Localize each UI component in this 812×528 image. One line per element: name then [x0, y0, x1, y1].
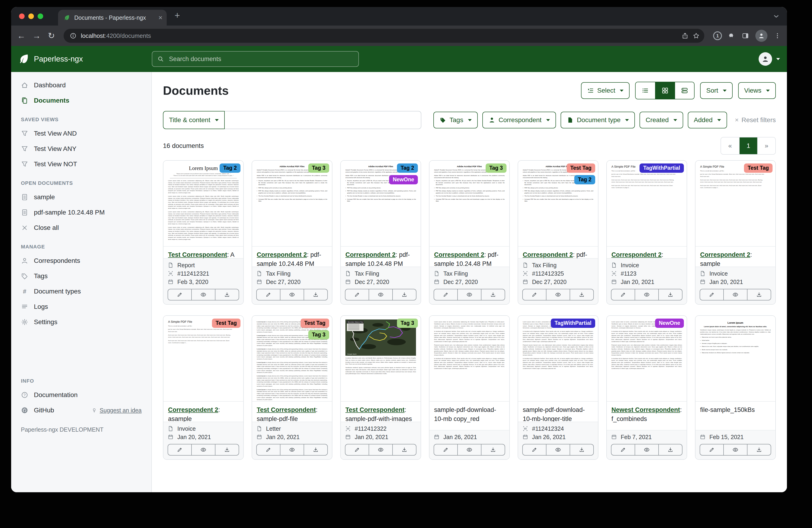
- view-button[interactable]: [368, 444, 392, 455]
- download-button[interactable]: [570, 289, 593, 300]
- select-button[interactable]: Select: [581, 82, 630, 99]
- edit-button[interactable]: [434, 289, 457, 300]
- forward-button[interactable]: →: [32, 32, 41, 40]
- reload-button[interactable]: ↻: [48, 32, 55, 40]
- correspondent-link[interactable]: Correspondent 2: [611, 251, 662, 258]
- document-thumbnail[interactable]: TagWithPartial A Simple PDF FileThis is …: [607, 161, 687, 246]
- edit-button[interactable]: [345, 289, 368, 300]
- document-thumbnail[interactable]: Tag 3 Adobe Acrobat PDF FilesAdobe® Port…: [252, 161, 332, 246]
- tag-badge[interactable]: Tag 2: [220, 163, 241, 173]
- tag-badge[interactable]: Test Tag: [744, 163, 772, 173]
- sort-button[interactable]: Sort: [700, 82, 733, 99]
- tab-search-chevron-icon[interactable]: [772, 13, 780, 20]
- tag-badge[interactable]: Tag 3: [397, 318, 418, 328]
- window-minimize-button[interactable]: [28, 13, 34, 19]
- tab-close-icon[interactable]: ×: [158, 14, 162, 21]
- download-button[interactable]: [481, 444, 505, 455]
- window-close-button[interactable]: [19, 13, 25, 19]
- app-brand[interactable]: Paperless-ngx: [11, 53, 83, 65]
- browser-profile-avatar[interactable]: [755, 30, 767, 42]
- correspondent-link[interactable]: Newest Correspondent: [611, 406, 680, 413]
- sidebar-item-tags[interactable]: Tags: [11, 268, 151, 284]
- list-view-button[interactable]: [636, 82, 655, 99]
- view-button[interactable]: [368, 289, 392, 300]
- download-button[interactable]: [215, 289, 238, 300]
- edit-button[interactable]: [700, 444, 723, 455]
- site-info-icon[interactable]: [70, 32, 77, 39]
- sidebar-item-correspondents[interactable]: Correspondents: [11, 253, 151, 268]
- edit-button[interactable]: [611, 444, 635, 455]
- view-button[interactable]: [635, 444, 658, 455]
- tag-badge[interactable]: Test Tag: [567, 163, 595, 173]
- correspondent-link[interactable]: Correspondent 2: [345, 251, 395, 258]
- edit-button[interactable]: [523, 444, 546, 455]
- download-button[interactable]: [392, 444, 416, 455]
- document-thumbnail[interactable]: Lorem ipsum dolor sit amet, consectetur …: [430, 316, 509, 402]
- sidebar-item-documentation[interactable]: ?Documentation: [11, 387, 151, 403]
- download-button[interactable]: [658, 289, 682, 300]
- edit-button[interactable]: [345, 444, 368, 455]
- document-type-filter-button[interactable]: Document type: [561, 112, 635, 128]
- sidebar-item-github[interactable]: GitHubSuggest an idea: [11, 403, 151, 418]
- tag-badge[interactable]: Tag 2: [397, 163, 418, 173]
- document-thumbnail[interactable]: TagWithPartial Lorem ipsum dolor sit ame…: [518, 316, 598, 402]
- tag-badge[interactable]: TagWithPartial: [639, 163, 684, 173]
- correspondent-filter-button[interactable]: Correspondent: [482, 112, 556, 128]
- download-button[interactable]: [304, 289, 327, 300]
- browser-menu-icon[interactable]: [774, 32, 781, 39]
- edit-button[interactable]: [257, 444, 280, 455]
- sidebar-item-pdf-sample-10-24-48-pm[interactable]: pdf-sample 10.24.48 PM: [11, 205, 151, 220]
- correspondent-link[interactable]: Correspondent 2: [168, 406, 218, 413]
- tag-badge[interactable]: NewOne: [389, 175, 418, 184]
- sidebar-item-settings[interactable]: Settings: [11, 314, 151, 330]
- edit-button[interactable]: [434, 444, 457, 455]
- correspondent-link[interactable]: Correspondent 2: [257, 251, 307, 258]
- document-thumbnail[interactable]: Test Tag A Simple PDF FileThis is a smal…: [163, 316, 243, 402]
- sidebar-item-close-all[interactable]: Close all: [11, 220, 151, 236]
- tag-badge[interactable]: Tag 3: [308, 163, 329, 173]
- download-button[interactable]: [392, 289, 416, 300]
- document-thumbnail[interactable]: Tag 3 Boundary Waters TripGoogle EarthCu…: [341, 316, 421, 402]
- global-search[interactable]: [152, 51, 359, 67]
- view-button[interactable]: [723, 289, 747, 300]
- view-button[interactable]: [546, 289, 570, 300]
- edit-button[interactable]: [257, 289, 280, 300]
- sidebar-item-document-types[interactable]: #Document types: [11, 284, 151, 299]
- view-button[interactable]: [723, 444, 747, 455]
- view-button[interactable]: [191, 289, 215, 300]
- download-button[interactable]: [304, 444, 327, 455]
- filter-query-input[interactable]: [224, 111, 421, 129]
- correspondent-link[interactable]: Test Correspondent: [345, 406, 405, 413]
- document-thumbnail[interactable]: NewOne Lorem ipsum dolor sit amet, conse…: [607, 316, 687, 402]
- document-thumbnail[interactable]: Lorem ipsumLorem ipsum dolor sit amet, c…: [695, 316, 775, 402]
- tags-filter-button[interactable]: Tags: [433, 112, 478, 128]
- document-thumbnail[interactable]: Tag 2 Lorem Ipsum"Neque porro quisquam e…: [163, 161, 243, 246]
- sidebar-item-test-view-not[interactable]: Test View NOT: [11, 157, 151, 172]
- edit-button[interactable]: [168, 289, 191, 300]
- tag-badge[interactable]: Tag 3: [308, 330, 329, 340]
- edit-button[interactable]: [611, 289, 635, 300]
- document-thumbnail[interactable]: Test TagTag 2 Adobe Acrobat PDF FilesAdo…: [518, 161, 598, 246]
- correspondent-link[interactable]: Correspondent 2: [700, 251, 750, 258]
- filter-field-button[interactable]: Title & content: [163, 111, 225, 129]
- extensions-puzzle-icon[interactable]: [728, 32, 735, 39]
- back-button[interactable]: ←: [17, 32, 26, 40]
- current-page-button[interactable]: 1: [739, 138, 757, 154]
- views-button[interactable]: Views: [738, 82, 776, 99]
- tag-badge[interactable]: Test Tag: [212, 318, 241, 328]
- sidebar-item-dashboard[interactable]: Dashboard: [11, 77, 151, 93]
- reset-filters-button[interactable]: × Reset filters: [735, 116, 776, 124]
- suggest-an-idea-link[interactable]: Suggest an idea: [91, 407, 142, 414]
- tag-badge[interactable]: Test Tag: [301, 318, 329, 328]
- tag-badge[interactable]: Tag 2: [574, 175, 595, 184]
- correspondent-link[interactable]: Test Correspondent: [257, 406, 316, 413]
- extension-badge[interactable]: 1: [713, 31, 722, 40]
- view-button[interactable]: [457, 444, 481, 455]
- download-button[interactable]: [570, 444, 593, 455]
- tag-badge[interactable]: Tag 3: [485, 163, 507, 173]
- sidebar-item-documents[interactable]: Documents: [11, 93, 151, 108]
- user-menu[interactable]: [759, 46, 780, 72]
- edit-button[interactable]: [168, 444, 191, 455]
- tag-badge[interactable]: TagWithPartial: [551, 318, 595, 328]
- view-button[interactable]: [280, 289, 304, 300]
